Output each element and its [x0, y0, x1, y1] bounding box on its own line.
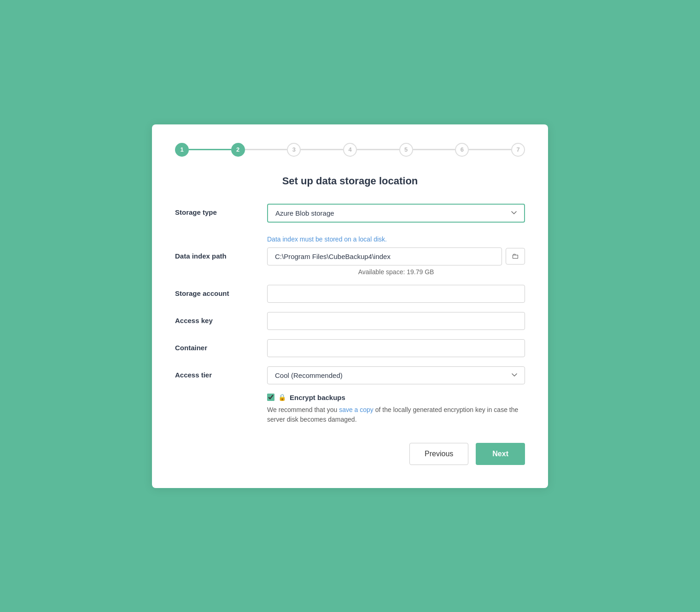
wizard-card: 1 2 3 4 5 6 7 Set up data storage locati…	[152, 124, 548, 488]
step-4: 4	[343, 143, 357, 157]
step-line-2-3	[245, 149, 287, 150]
access-key-label: Access key	[175, 312, 267, 324]
access-key-input[interactable]	[267, 312, 525, 330]
data-index-wrap: 🗀 Available space: 19.79 GB	[267, 247, 525, 276]
container-input[interactable]	[267, 339, 525, 357]
footer-buttons: Previous Next	[175, 443, 525, 465]
step-line-1-2	[189, 149, 231, 150]
step-line-5-6	[413, 149, 455, 150]
encrypt-description: We recommend that you save a copy of the…	[267, 405, 525, 424]
access-tier-label: Access tier	[175, 366, 267, 379]
container-label: Container	[175, 339, 267, 352]
step-1: 1	[175, 143, 189, 157]
storage-type-select[interactable]: Azure Blob storage Local disk Amazon S3 …	[267, 204, 525, 223]
access-tier-row: Access tier Cool (Recommended) Hot Archi…	[175, 366, 525, 384]
access-tier-select[interactable]: Cool (Recommended) Hot Archive	[267, 366, 525, 384]
stepper: 1 2 3 4 5 6 7	[175, 143, 525, 157]
step-line-3-4	[301, 149, 343, 150]
page-title: Set up data storage location	[175, 175, 525, 187]
storage-type-row: Storage type Azure Blob storage Local di…	[175, 204, 525, 223]
step-2: 2	[231, 143, 245, 157]
storage-account-row: Storage account	[175, 285, 525, 303]
encrypt-desc-before: We recommend that you	[267, 406, 339, 413]
storage-account-label: Storage account	[175, 285, 267, 297]
data-index-input[interactable]	[267, 247, 502, 265]
lock-icon: 🔒	[278, 394, 286, 401]
storage-account-input[interactable]	[267, 285, 525, 303]
access-key-row: Access key	[175, 312, 525, 330]
available-space: Available space: 19.79 GB	[267, 268, 525, 276]
save-copy-link[interactable]: save a copy	[339, 406, 373, 413]
step-line-4-5	[357, 149, 399, 150]
previous-button[interactable]: Previous	[409, 443, 468, 465]
hint-row: Data index must be stored on a local dis…	[175, 232, 525, 243]
storage-type-wrap: Azure Blob storage Local disk Amazon S3 …	[267, 204, 525, 223]
encrypt-section: 🔒 Encrypt backups We recommend that you …	[267, 394, 525, 424]
data-index-row: Data index path 🗀 Available space: 19.79…	[175, 247, 525, 276]
container-row: Container	[175, 339, 525, 357]
data-index-hint: Data index must be stored on a local dis…	[267, 235, 525, 243]
step-6: 6	[455, 143, 469, 157]
encrypt-label: Encrypt backups	[290, 394, 345, 401]
step-line-6-7	[469, 149, 511, 150]
folder-browse-button[interactable]: 🗀	[506, 248, 525, 265]
storage-type-label: Storage type	[175, 204, 267, 216]
step-7: 7	[511, 143, 525, 157]
step-3: 3	[287, 143, 301, 157]
next-button[interactable]: Next	[476, 443, 525, 465]
step-5: 5	[399, 143, 413, 157]
data-index-label: Data index path	[175, 247, 267, 260]
encrypt-checkbox[interactable]	[267, 394, 274, 401]
